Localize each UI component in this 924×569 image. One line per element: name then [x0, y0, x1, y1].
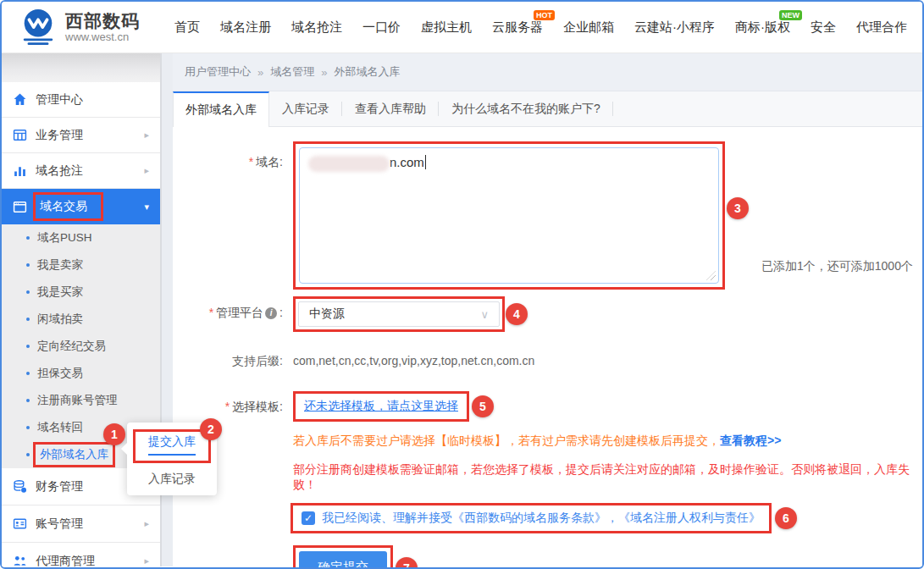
nav-item-enterprise-mail[interactable]: 企业邮箱 [563, 19, 614, 36]
text-cursor [425, 155, 426, 169]
breadcrumb-separator: » [321, 66, 327, 79]
nav-item-fixed-price[interactable]: 一口价 [362, 19, 401, 36]
nav-item-cloud-server[interactable]: 云服务器 HOT [492, 19, 543, 36]
page: 西部数码 www.west.cn 首页 域名注册 域名抢注 一口价 虚拟主机 云… [0, 0, 924, 569]
sidebar-texture [2, 53, 160, 82]
nav-item-virtual-host[interactable]: 虚拟主机 [421, 19, 472, 36]
view-tutorial-link[interactable]: 查看教程>> [720, 434, 781, 447]
annotation-badge-3: 3 [727, 197, 749, 219]
annotation-box-domain-trade: 域名交易 [33, 192, 103, 221]
breadcrumb-item-current: 外部域名入库 [334, 64, 400, 80]
flyout-item-import-records[interactable]: 入库记录 [127, 472, 217, 487]
suffix-label: 支持后缀: [173, 354, 283, 369]
annotation-badge-1: 1 [103, 423, 125, 445]
domain-counter: 已添加1个，还可添加1000个 [761, 259, 913, 274]
agreement-text[interactable]: 我已经阅读、理解并接受《西部数码的域名服务条款》，《域名注册人权利与责任》 [322, 511, 761, 526]
brand-name: 西部数码 [65, 11, 140, 30]
domain-textarea[interactable]: n.com [299, 147, 719, 284]
brand-logo-icon [19, 8, 58, 47]
agreement-checkbox[interactable]: ✓ [302, 511, 315, 525]
nav-item-agent-cooperation[interactable]: 代理合作 [856, 19, 907, 36]
choose-template-link[interactable]: 还未选择模板，请点这里选择 [304, 399, 458, 412]
tab-bar: 外部域名入库 入库记录 查看入库帮助 为什么域名不在我的账户下? [173, 91, 922, 127]
sidebar-subitem-domain-push[interactable]: 域名PUSH [2, 224, 160, 251]
grid-icon [13, 128, 27, 142]
id-card-icon [13, 517, 27, 531]
platform-label: *管理平台i: [173, 296, 283, 332]
coins-icon [13, 479, 27, 494]
sidebar-item-domain-backorder[interactable]: 域名抢注 ▸ [2, 153, 160, 189]
annotation-badge-2: 2 [200, 418, 222, 440]
check-icon: ✓ [304, 512, 313, 524]
platform-select-value: 中资源 [309, 307, 345, 322]
info-icon[interactable]: i [265, 307, 277, 319]
annotation-badge-5: 5 [472, 395, 494, 417]
required-marker: * [249, 155, 253, 168]
sidebar-item-account-management[interactable]: 账号管理 ▸ [2, 505, 160, 543]
flyout-active-underline [148, 454, 196, 456]
brand-logo[interactable]: 西部数码 www.west.cn [2, 8, 164, 47]
people-icon [13, 554, 27, 568]
annotation-badge-7: 7 [396, 557, 418, 569]
breadcrumb-item[interactable]: 域名管理 [270, 64, 314, 80]
annotation-box-domain-textarea: n.com 3 已添加1个，还可添加1000个 [293, 141, 725, 290]
chevron-down-icon: ▾ [144, 202, 149, 213]
sidebar-item-agent-management[interactable]: 代理商管理 ▸ [2, 543, 160, 569]
annotation-box-agreement: ✓ 我已经阅读、理解并接受《西部数码的域名服务条款》，《域名注册人权利与责任》 … [290, 503, 772, 533]
annotation-badge-4: 4 [506, 303, 528, 325]
nav-item-domain-backorder[interactable]: 域名抢注 [291, 19, 342, 36]
sidebar-item-domain-trade[interactable]: 域名交易 ▾ [2, 189, 160, 224]
domain-label: *域名: [173, 141, 283, 290]
sidebar-item-business-management[interactable]: 业务管理 ▸ [2, 118, 160, 153]
bar-chart-icon [13, 163, 27, 178]
textarea-resize-handle[interactable] [706, 271, 716, 280]
nav-item-security[interactable]: 安全 [811, 19, 836, 36]
breadcrumb-separator: » [257, 66, 263, 79]
select-chevron-down-icon: ∨ [480, 308, 489, 321]
nav-item-site-builder[interactable]: 云建站·小程序 [634, 19, 715, 36]
home-icon [13, 92, 27, 107]
platform-select[interactable]: 中资源 ∨ [298, 301, 500, 327]
tab-import-help[interactable]: 查看入库帮助 [342, 91, 439, 126]
required-marker: * [225, 400, 230, 413]
browser-icon [13, 200, 27, 214]
sidebar-subitem-i-am-buyer[interactable]: 我是买家 [2, 279, 160, 306]
submit-button[interactable]: 确定提交 [299, 551, 387, 569]
sidebar-subitem-idle-auction[interactable]: 闲域拍卖 [2, 306, 160, 333]
annotation-box-external-domain: 外部域名入库 [33, 442, 115, 467]
redacted-domain-blur [308, 156, 390, 172]
annotation-box-platform-select: 中资源 ∨ 4 [293, 296, 505, 332]
chevron-right-icon: ▸ [144, 130, 149, 141]
tab-external-domain-import[interactable]: 外部域名入库 [173, 91, 269, 127]
breadcrumb-item[interactable]: 用户管理中心 [185, 64, 251, 80]
main-content: 用户管理中心 » 域名管理 » 外部域名入库 外部域名入库 入库记录 查看入库帮… [173, 53, 922, 566]
breadcrumb: 用户管理中心 » 域名管理 » 外部域名入库 [173, 53, 922, 91]
new-badge: NEW [779, 10, 802, 21]
tab-why-domain-not-in-account[interactable]: 为什么域名不在我的账户下? [439, 91, 613, 126]
domain-visible-text: n.com [390, 155, 424, 169]
nav-item-trademark[interactable]: 商标·版权 NEW [735, 19, 790, 36]
hot-badge: HOT [534, 10, 555, 21]
suffix-value: com,net,cn,cc,tv,org,vip,xyz,top,net.cn,… [293, 354, 534, 369]
annotation-box-template-link: 还未选择模板，请点这里选择 5 [293, 391, 469, 422]
sidebar-subitem-i-am-seller[interactable]: 我是卖家 [2, 251, 160, 279]
annotation-box-submit-import: 提交入库 [133, 429, 211, 463]
sidebar-subitem-broker-trade[interactable]: 定向经纪交易 [2, 333, 160, 360]
top-nav: 首页 域名注册 域名抢注 一口价 虚拟主机 云服务器 HOT 企业邮箱 云建站·… [174, 19, 907, 36]
tab-import-records[interactable]: 入库记录 [269, 91, 342, 126]
flyout-item-submit-import[interactable]: 提交入库 [136, 434, 208, 450]
note-email-verification-warning: 部分注册商创建模板需验证邮箱，若您选择了模板，提交后请关注对应的邮箱，及时操作验… [293, 462, 922, 493]
brand-site-url: www.west.cn [65, 30, 140, 43]
top-header: 西部数码 www.west.cn 首页 域名注册 域名抢注 一口价 虚拟主机 云… [2, 2, 922, 52]
sidebar-subitem-escrow-trade[interactable]: 担保交易 [2, 360, 160, 387]
sidebar-item-management-center[interactable]: 管理中心 [2, 82, 160, 118]
annotation-badge-6: 6 [775, 507, 797, 529]
annotation-box-submit: 确定提交 7 [293, 545, 393, 569]
sidebar-subitem-registrar-account[interactable]: 注册商账号管理 [2, 387, 160, 414]
nav-item-home[interactable]: 首页 [174, 19, 200, 36]
nav-item-domain-register[interactable]: 域名注册 [220, 19, 271, 36]
chevron-right-icon: ▸ [144, 165, 149, 176]
import-form: *域名: n.com 3 已添加1个，还可添加1000个 [173, 127, 922, 569]
chevron-right-icon: ▸ [144, 518, 149, 529]
note-template-tip: 若入库后不需要过户请选择【临时模板】，若有过户需求请先创建模板后再提交，查看教程… [293, 434, 922, 449]
